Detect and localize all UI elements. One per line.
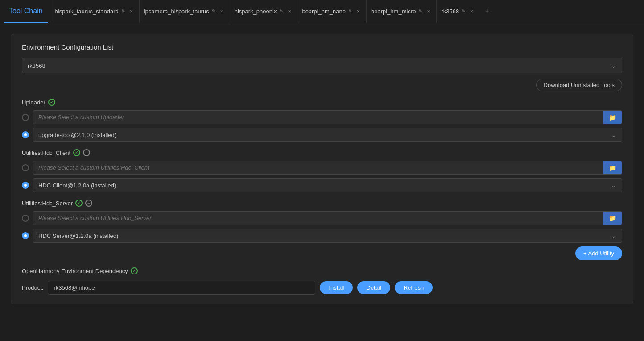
chevron-down-icon bbox=[611, 62, 616, 69]
close-icon[interactable]: × bbox=[468, 8, 475, 16]
close-icon[interactable]: × bbox=[286, 8, 293, 16]
hdc-client-version-value: HDC Client@1.2.0a (installed) bbox=[38, 182, 116, 189]
env-dep-title: OpenHarmony Environment Dependency bbox=[22, 268, 128, 274]
tab-hispark-phoenix[interactable]: hispark_phoenix ✎ × bbox=[230, 0, 297, 23]
close-icon[interactable]: × bbox=[355, 8, 362, 16]
product-row: Product: Install Detail Refresh bbox=[22, 281, 622, 295]
edit-icon[interactable]: ✎ bbox=[279, 8, 283, 14]
chevron-down-icon bbox=[611, 182, 616, 189]
hdc-client-browse-button[interactable]: 📁 bbox=[603, 161, 622, 174]
install-button[interactable]: Install bbox=[320, 281, 353, 294]
detail-button[interactable]: Detail bbox=[357, 281, 390, 294]
uploader-version-value: upgrade-tool@2.1.0 (installed) bbox=[38, 132, 116, 138]
tab-rk3568[interactable]: rk3568 ✎ × bbox=[436, 0, 479, 23]
edit-icon[interactable]: ✎ bbox=[462, 8, 466, 14]
hdc-client-selected-row: HDC Client@1.2.0a (installed) bbox=[22, 178, 622, 192]
close-icon[interactable]: × bbox=[128, 8, 135, 16]
env-dep-label: OpenHarmony Environment Dependency bbox=[22, 267, 622, 274]
tab-bar: Tool Chain hispark_taurus_standard ✎ × i… bbox=[0, 0, 644, 23]
download-btn-row: Download Uninstalled Tools bbox=[22, 79, 622, 91]
hdc-client-label: Utilities:Hdc_Client bbox=[22, 150, 70, 156]
hdc-server-selected-radio[interactable] bbox=[22, 232, 29, 239]
hdc-client-section-label: Utilities:Hdc_Client bbox=[22, 149, 622, 156]
refresh-button[interactable]: Refresh bbox=[395, 281, 433, 294]
download-uninstalled-tools-button[interactable]: Download Uninstalled Tools bbox=[536, 79, 622, 91]
hdc-client-custom-row: 📁 bbox=[22, 161, 622, 175]
close-icon[interactable]: × bbox=[425, 8, 432, 16]
hdc-server-custom-row: 📁 bbox=[22, 211, 622, 225]
add-utility-row: + Add Utility bbox=[22, 246, 622, 260]
hdc-server-version-dropdown[interactable]: HDC Server@1.2.0a (installed) bbox=[33, 229, 622, 243]
tab-label: bearpi_hm_micro bbox=[371, 8, 416, 15]
tab-label: hispark_phoenix bbox=[235, 8, 277, 15]
uploader-selected-radio[interactable] bbox=[22, 131, 29, 138]
uploader-custom-input-wrapper: 📁 bbox=[33, 110, 622, 124]
tab-bearpi-hm-nano[interactable]: bearpi_hm_nano ✎ × bbox=[297, 0, 366, 23]
panel-title: Environment Configuration List bbox=[22, 43, 622, 51]
hdc-server-browse-button[interactable]: 📁 bbox=[603, 212, 622, 225]
hdc-server-label: Utilities:Hdc_Server bbox=[22, 200, 73, 207]
uploader-custom-row: 📁 bbox=[22, 110, 622, 124]
uploader-version-dropdown[interactable]: upgrade-tool@2.1.0 (installed) bbox=[33, 128, 622, 142]
uploader-status-icon bbox=[48, 99, 55, 106]
tab-hispark-taurus-standard[interactable]: hispark_taurus_standard ✎ × bbox=[50, 0, 139, 23]
tab-label: ipcamera_hispark_taurus bbox=[144, 8, 209, 15]
hdc-client-custom-radio[interactable] bbox=[22, 164, 29, 171]
hdc-server-section-label: Utilities:Hdc_Server bbox=[22, 200, 622, 207]
edit-icon[interactable]: ✎ bbox=[212, 8, 216, 14]
hdc-server-custom-input-wrapper: 📁 bbox=[33, 211, 622, 225]
chevron-down-icon bbox=[611, 131, 616, 138]
hdc-server-minus-icon[interactable] bbox=[85, 200, 92, 207]
edit-icon[interactable]: ✎ bbox=[418, 8, 422, 14]
hdc-server-custom-radio[interactable] bbox=[22, 215, 29, 222]
product-label: Product: bbox=[22, 284, 43, 291]
main-content: Environment Configuration List rk3568 Do… bbox=[0, 23, 644, 311]
env-config-panel: Environment Configuration List rk3568 Do… bbox=[11, 34, 633, 304]
hdc-client-selected-radio[interactable] bbox=[22, 182, 29, 189]
add-utility-button[interactable]: + Add Utility bbox=[575, 246, 622, 260]
tab-label: hispark_taurus_standard bbox=[55, 8, 119, 15]
hdc-server-custom-input[interactable] bbox=[33, 212, 603, 225]
hdc-client-version-dropdown[interactable]: HDC Client@1.2.0a (installed) bbox=[33, 178, 622, 192]
add-tab-button[interactable]: + bbox=[479, 0, 495, 23]
env-dropdown-value: rk3568 bbox=[28, 62, 45, 69]
app-title[interactable]: Tool Chain bbox=[4, 0, 48, 23]
hdc-client-status-icon bbox=[73, 149, 80, 156]
hdc-client-minus-icon[interactable] bbox=[83, 149, 90, 156]
edit-icon[interactable]: ✎ bbox=[348, 8, 352, 14]
close-icon[interactable]: × bbox=[219, 8, 225, 16]
uploader-custom-radio[interactable] bbox=[22, 114, 29, 121]
tab-ipcamera-hispark-taurus[interactable]: ipcamera_hispark_taurus ✎ × bbox=[139, 0, 230, 23]
uploader-browse-button[interactable]: 📁 bbox=[603, 111, 622, 124]
tab-label: rk3568 bbox=[441, 8, 459, 15]
tab-bearpi-hm-micro[interactable]: bearpi_hm_micro ✎ × bbox=[366, 0, 436, 23]
env-dropdown[interactable]: rk3568 bbox=[22, 58, 622, 73]
product-input[interactable] bbox=[48, 281, 315, 295]
chevron-down-icon bbox=[611, 232, 616, 239]
edit-icon[interactable]: ✎ bbox=[121, 8, 125, 14]
hdc-server-selected-row: HDC Server@1.2.0a (installed) bbox=[22, 229, 622, 243]
env-dep-status-icon bbox=[131, 267, 138, 274]
hdc-client-custom-input-wrapper: 📁 bbox=[33, 161, 622, 175]
uploader-selected-row: upgrade-tool@2.1.0 (installed) bbox=[22, 128, 622, 142]
uploader-section-label: Uploader bbox=[22, 99, 622, 106]
tab-label: bearpi_hm_nano bbox=[302, 8, 346, 15]
hdc-server-status-icon bbox=[75, 200, 83, 207]
env-dep-section: OpenHarmony Environment Dependency Produ… bbox=[22, 267, 622, 295]
uploader-custom-input[interactable] bbox=[33, 111, 603, 124]
hdc-client-custom-input[interactable] bbox=[33, 161, 603, 174]
uploader-label: Uploader bbox=[22, 99, 45, 106]
hdc-server-version-value: HDC Server@1.2.0a (installed) bbox=[38, 233, 118, 239]
